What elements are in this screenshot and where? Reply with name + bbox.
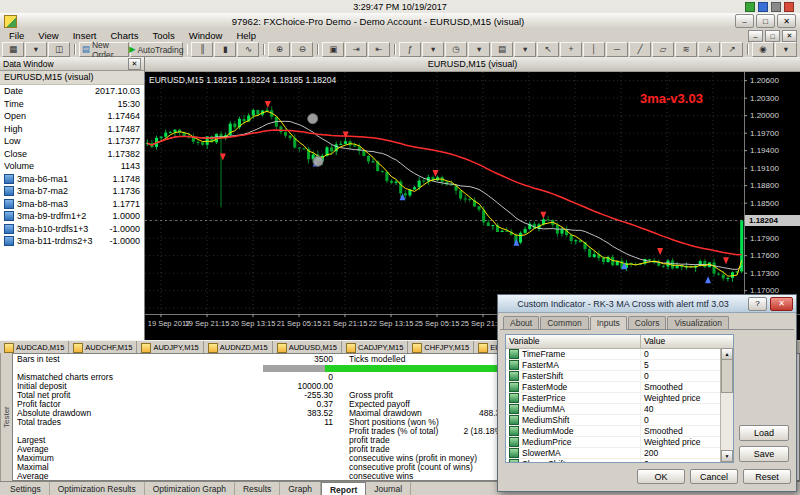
indicators-dropdown-button[interactable]: ▾ [422, 42, 444, 57]
dialog-tab-common[interactable]: Common [540, 316, 588, 329]
record-icon[interactable] [784, 2, 794, 12]
chart-shift-button[interactable]: ⇤ [368, 42, 390, 57]
scroll-down-icon[interactable]: ▼ [721, 450, 733, 462]
close-button[interactable]: ✕ [777, 14, 796, 28]
periods-dropdown-button[interactable]: ▾ [468, 42, 490, 57]
input-value-cell[interactable]: 0 [641, 459, 721, 462]
tester-tab-optimization-graph[interactable]: Optimization Graph [145, 482, 235, 495]
dialog-tab-colors[interactable]: Colors [628, 316, 667, 329]
minimize-button[interactable]: – [735, 14, 754, 28]
data-window-row-close: Close1.17382 [0, 148, 144, 161]
data-window-label-text: 3ma-b7-ma2 [17, 186, 68, 196]
auto-scroll-button[interactable]: ⇥ [345, 42, 367, 57]
line-chart-mode-button[interactable]: ∿ [237, 42, 259, 57]
dialog-help-button[interactable]: ? [748, 297, 767, 311]
input-variable-name: MediumShift [522, 415, 569, 425]
input-value-cell[interactable]: Smoothed [641, 426, 721, 436]
menu-file[interactable]: File [2, 29, 31, 42]
maximize-button[interactable]: □ [756, 14, 775, 28]
dialog-close-button[interactable]: ✕ [770, 297, 793, 311]
dialog-tab-visualization[interactable]: Visualization [667, 316, 729, 329]
search-button[interactable]: ◉ [752, 42, 774, 57]
input-value-cell[interactable]: 0 [641, 349, 721, 359]
horizontal-line-tool-button[interactable]: ─ [606, 42, 628, 57]
tester-tab-graph[interactable]: Graph [280, 482, 321, 495]
chart-close-button[interactable]: ✕ [782, 30, 797, 42]
indicators-button[interactable]: ƒ [399, 42, 421, 57]
inputs-scrollbar[interactable]: ▲ ▼ [720, 348, 733, 462]
chart-minimize-button[interactable]: – [748, 30, 763, 42]
input-value-cell[interactable]: Smoothed [641, 382, 721, 392]
data-window-close-icon[interactable]: ✕ [128, 58, 141, 70]
report-gap [333, 418, 349, 427]
vertical-line-tool-button[interactable]: │ [583, 42, 605, 57]
menu-view[interactable]: View [31, 29, 65, 42]
crosshair-tool-button[interactable]: + [560, 42, 582, 57]
capture-icon-gray[interactable] [771, 2, 781, 12]
reset-button[interactable]: Reset [743, 469, 791, 484]
input-value-cell[interactable]: 200 [641, 448, 721, 458]
tester-tab-results[interactable]: Results [235, 482, 280, 495]
input-value-cell[interactable]: Weighted price [641, 437, 721, 447]
menu-tools[interactable]: Tools [145, 29, 181, 42]
zoom-out-button[interactable]: ⊖ [291, 42, 313, 57]
capture-icon-green[interactable] [745, 2, 755, 12]
report-gap [333, 382, 349, 391]
cursor-tool-button[interactable]: ↖ [537, 42, 559, 57]
trendline-tool-button[interactable]: ╱ [629, 42, 651, 57]
column-header-value: Value [641, 335, 733, 348]
scrollbar-thumb[interactable] [721, 359, 733, 393]
load-button[interactable]: Load [739, 425, 789, 441]
ok-button[interactable]: OK [637, 469, 685, 484]
dialog-tab-inputs[interactable]: Inputs [590, 316, 627, 330]
dialog-tab-about[interactable]: About [503, 316, 539, 329]
tester-tab-optimization-results[interactable]: Optimization Results [50, 482, 145, 495]
input-value-cell[interactable]: 5 [641, 360, 721, 370]
trendline-tool-icon: ╱ [637, 45, 642, 54]
dialog-tab-bar: AboutCommonInputsColorsVisualization [498, 313, 796, 329]
report-label-1: Total trades [17, 418, 247, 427]
mdi-window-controls: – □ ✕ [748, 30, 797, 42]
input-value-cell[interactable]: Weighted price [641, 393, 721, 403]
channel-tool-button[interactable]: ▱ [652, 42, 674, 57]
templates-dropdown-button[interactable]: ▾ [514, 42, 536, 57]
tester-tab-settings[interactable]: Settings [2, 482, 50, 495]
profiles-button[interactable]: ◫ [48, 42, 70, 57]
new-chart-button[interactable]: ▦ [2, 42, 24, 57]
bar-chart-mode-icon: ║ [199, 45, 205, 54]
chart-restore-button[interactable]: □ [765, 30, 780, 42]
candlestick-mode-button[interactable]: ▮ [214, 42, 236, 57]
bar-chart-mode-button[interactable]: ║ [191, 42, 213, 57]
cancel-button[interactable]: Cancel [690, 469, 738, 484]
arrows-tool-button[interactable]: ↗ [721, 42, 743, 57]
tester-tab-report[interactable]: Report [321, 482, 366, 495]
data-window-row-label: High [4, 124, 107, 134]
menu-window[interactable]: Window [182, 29, 230, 42]
new-order-button[interactable]: ▤New Order [79, 42, 129, 57]
input-value-cell[interactable]: 40 [641, 404, 721, 414]
new-chart-dropdown-button[interactable]: ▾ [25, 42, 47, 57]
capture-icon-blue[interactable] [758, 2, 768, 12]
data-window-body: EURUSD,M15 (visual) Date2017.10.03Time15… [0, 71, 144, 340]
zoom-in-button[interactable]: ⊕ [268, 42, 290, 57]
tile-windows-button[interactable]: ▣ [322, 42, 344, 57]
input-value-cell[interactable]: 0 [641, 415, 721, 425]
text-tool-button[interactable]: A [698, 42, 720, 57]
search-dropdown-button[interactable]: ▾ [775, 42, 797, 57]
tester-panel-caption[interactable]: Tester [0, 353, 12, 481]
autotrading-button[interactable]: ▶AutoTrading [130, 42, 183, 57]
data-window-row-value: 1.17377 [107, 136, 140, 146]
input-variable-name: FasterMode [522, 382, 567, 392]
data-window-row-label: Low [4, 136, 107, 146]
periods-button[interactable]: ◷ [445, 42, 467, 57]
menu-help[interactable]: Help [229, 29, 263, 42]
chart-window-caption[interactable]: EURUSD,M15 (visual) [145, 57, 800, 72]
templates-button[interactable]: ▤ [491, 42, 513, 57]
save-button[interactable]: Save [739, 446, 789, 462]
profiles-icon: ◫ [55, 45, 63, 54]
tester-tab-journal[interactable]: Journal [366, 482, 411, 495]
fibonacci-tool-button[interactable]: ≋ [675, 42, 697, 57]
data-window-title: Data Window [3, 59, 54, 69]
dialog-title: Custom Indicator - RK-3 MA Cross with al… [501, 299, 745, 309]
input-value-cell[interactable]: 0 [641, 371, 721, 381]
